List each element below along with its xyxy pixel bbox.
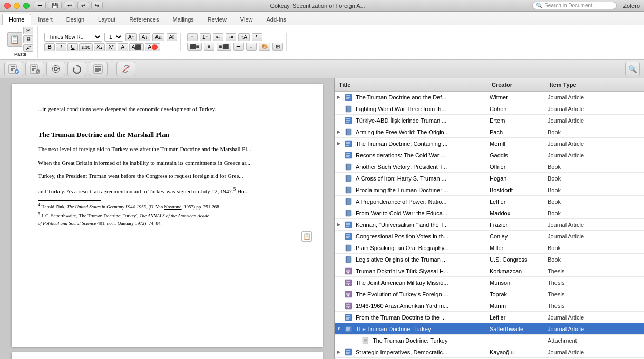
paragraph-group: ≡ 1≡ ⇤ ⇥ ↕A ¶ ⬛≡ ≡ ≡⬛ ☰ ↕ 🎨 ⊞: [184, 33, 287, 51]
list-item[interactable]: Proclaiming the Truman Doctrine: ... Bos…: [335, 184, 644, 196]
list-item[interactable]: Legislative Origins of the Truman ... U.…: [335, 254, 644, 265]
list-item[interactable]: The Joint American Military Missio... Mu…: [335, 277, 644, 288]
zotero-edit-citation-button[interactable]: ✎: [25, 62, 44, 76]
row-expand-icon[interactable]: ▶: [335, 95, 343, 99]
change-case-button[interactable]: Aa: [152, 33, 164, 41]
align-left-button[interactable]: ⬛≡: [187, 43, 202, 51]
list-item[interactable]: From the Truman Doctrine to the ... Leff…: [335, 312, 644, 323]
tab-design[interactable]: Design: [60, 14, 91, 25]
row-expand-icon[interactable]: ▶: [335, 129, 343, 134]
show-marks-button[interactable]: ¶: [252, 33, 262, 41]
paste-icon: 📋: [7, 32, 22, 47]
list-item[interactable]: A Cross of Iron: Harry S. Truman ... Hog…: [335, 173, 644, 184]
cut-button[interactable]: ✂: [23, 27, 33, 34]
redo-button[interactable]: ↪: [91, 2, 103, 9]
tab-view[interactable]: View: [233, 14, 260, 25]
line-spacing-button[interactable]: ↕: [246, 43, 257, 51]
row-item-type: Attachment: [545, 337, 644, 344]
row-expand-icon[interactable]: ▶: [335, 141, 343, 146]
svg-rect-67: [346, 256, 347, 263]
decrease-font-button[interactable]: A↓: [139, 33, 151, 41]
row-type-icon: [343, 105, 354, 113]
font-color-button[interactable]: A🔴: [145, 43, 160, 51]
clipboard-paste-icon[interactable]: 📋: [301, 231, 312, 242]
minimize-button[interactable]: [14, 3, 20, 9]
clear-format-button[interactable]: A⃝: [167, 33, 177, 41]
close-button[interactable]: [4, 3, 11, 9]
list-item[interactable]: From War to Cold War: the Educa... Maddo…: [335, 207, 644, 219]
list-item[interactable]: ▶ Arming the Free World: The Origin... P…: [335, 126, 644, 138]
undo2-button[interactable]: ↩: [77, 2, 89, 9]
undo-button[interactable]: ↩: [64, 2, 75, 9]
list-item[interactable]: Congressional Position Votes in th... Co…: [335, 231, 644, 242]
align-center-button[interactable]: ≡: [204, 43, 214, 51]
subscript-button[interactable]: X₂: [94, 43, 105, 51]
row-collapse-icon[interactable]: ▼: [335, 326, 343, 331]
shading-button[interactable]: 🎨: [259, 43, 270, 51]
superscript-button[interactable]: X²: [106, 43, 116, 51]
list-item[interactable]: A Preponderance of Power: Natio... Leffl…: [335, 196, 644, 207]
list-item[interactable]: The Truman Doctrine: Turkey Attachment: [335, 335, 644, 346]
row-item-type: Journal Article: [545, 233, 644, 240]
list-item[interactable]: The Evolution of Turkey's Foreign ... To…: [335, 288, 644, 300]
row-title: The Truman Doctrine: Turkey: [354, 326, 487, 332]
highlight-button[interactable]: A⬛: [129, 43, 144, 51]
row-creator: Ertem: [487, 117, 545, 124]
text-color-button[interactable]: A: [118, 43, 128, 51]
indent-decrease-button[interactable]: ⇤: [213, 33, 223, 41]
list-item[interactable]: ▶ The Truman Doctrine: Containing ... Me…: [335, 138, 644, 149]
tab-review[interactable]: Review: [201, 14, 233, 25]
list-item[interactable]: 1946-1960 Arası Amerikan Yardım... Marım…: [335, 300, 644, 312]
list-item[interactable]: Another Such Victory: President T... Off…: [335, 161, 644, 173]
copy-button[interactable]: ⧉: [23, 35, 33, 43]
row-item-type: Book: [545, 175, 644, 182]
search-input-area[interactable]: 🔍 Search in Document...: [532, 2, 617, 9]
list-item[interactable]: Fighting World War Three from th... Cohe…: [335, 103, 644, 115]
list-item[interactable]: ▼ The Truman Doctrine: Turkey Satterthwa…: [335, 323, 644, 335]
zotero-search-button[interactable]: 🔍: [625, 62, 640, 76]
increase-font-button[interactable]: A↑: [125, 33, 137, 41]
tab-mailings[interactable]: Mailings: [165, 14, 200, 25]
zotero-add-citation-button[interactable]: [4, 62, 23, 76]
tab-insert[interactable]: Insert: [31, 14, 60, 25]
font-selector[interactable]: Times New R...: [44, 33, 102, 42]
indent-increase-button[interactable]: ⇥: [226, 33, 236, 41]
doc-heading: The Truman Doctrine and the Marshall Pla…: [38, 129, 296, 140]
format-painter-button[interactable]: 🖌: [23, 44, 33, 52]
window-controls: [4, 3, 30, 9]
row-expand-icon[interactable]: ▶: [335, 350, 343, 354]
list-item[interactable]: Plain Speaking: an Oral Biography... Mil…: [335, 242, 644, 254]
tab-addins[interactable]: Add-Ins: [260, 14, 294, 25]
zotero-bibliography-button[interactable]: [89, 62, 108, 76]
list-item[interactable]: Reconsiderations: The Cold War ... Gaddi…: [335, 149, 644, 161]
row-expand-icon[interactable]: ▶: [335, 222, 343, 227]
list-item[interactable]: ▶ Strategic Imperatives, Democratic... K…: [335, 346, 644, 358]
bibliography-icon: [92, 64, 104, 74]
strikethrough-button[interactable]: abc: [79, 43, 93, 51]
tab-references[interactable]: References: [122, 14, 165, 25]
sidebar-toggle-button[interactable]: ☰: [34, 2, 46, 9]
justify-button[interactable]: ☰: [233, 43, 244, 51]
align-right-button[interactable]: ≡⬛: [217, 43, 231, 51]
zotero-refresh-button[interactable]: [67, 62, 86, 76]
maximize-button[interactable]: [23, 3, 30, 9]
list-item[interactable]: ▶ The Truman Doctrine and the Def... Wit…: [335, 92, 644, 103]
list-item[interactable]: ▶ Kennan, "Universalism," and the T... F…: [335, 219, 644, 231]
italic-button[interactable]: I: [56, 43, 66, 51]
save-button[interactable]: 💾: [48, 2, 62, 9]
ribbon-toolbar: 📋 ✂ ⧉ 🖌 Paste Times New R... 12: [0, 25, 644, 59]
bold-button[interactable]: B: [44, 43, 55, 51]
font-size-selector[interactable]: 12: [104, 33, 123, 42]
list-item[interactable]: Truman Doktrini ve Türk Siyasal H... Kor…: [335, 265, 644, 277]
zotero-unlink-button[interactable]: [116, 62, 135, 76]
zotero-settings-button[interactable]: [46, 62, 65, 76]
tab-home[interactable]: Home: [2, 14, 31, 25]
bullets-button[interactable]: ≡: [187, 33, 198, 41]
list-item[interactable]: Türkiye-ABD İlişkilerinde Truman ... Ert…: [335, 115, 644, 126]
underline-button[interactable]: U: [67, 43, 78, 51]
numbering-button[interactable]: 1≡: [200, 33, 211, 41]
sort-button[interactable]: ↕A: [238, 33, 250, 41]
tab-layout[interactable]: Layout: [91, 14, 122, 25]
borders-button[interactable]: ⊞: [272, 43, 283, 51]
svg-rect-53: [346, 198, 347, 205]
